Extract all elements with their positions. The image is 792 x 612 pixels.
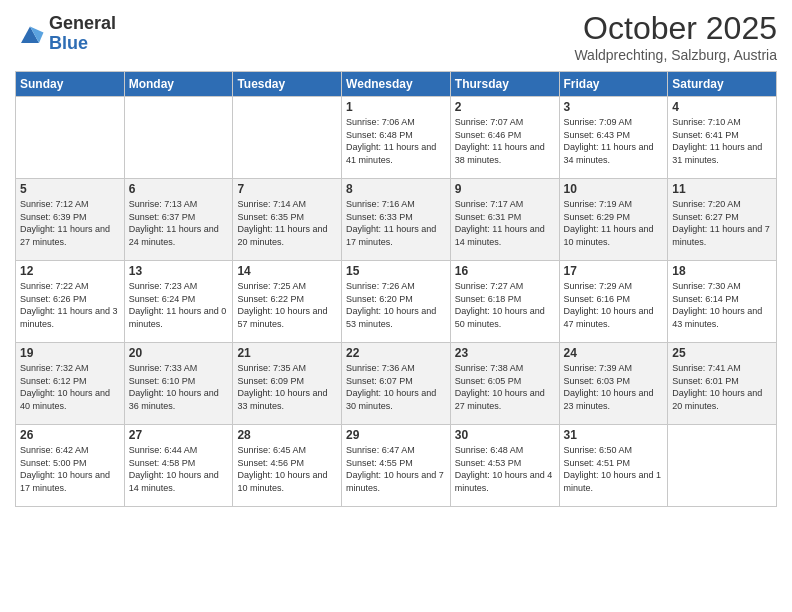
day-number: 20 bbox=[129, 346, 229, 360]
day-number: 23 bbox=[455, 346, 555, 360]
weekday-friday: Friday bbox=[559, 72, 668, 97]
day-number: 21 bbox=[237, 346, 337, 360]
day-info: Sunrise: 7:39 AM Sunset: 6:03 PM Dayligh… bbox=[564, 362, 664, 412]
calendar-cell: 4Sunrise: 7:10 AM Sunset: 6:41 PM Daylig… bbox=[668, 97, 777, 179]
day-info: Sunrise: 6:44 AM Sunset: 4:58 PM Dayligh… bbox=[129, 444, 229, 494]
calendar-cell bbox=[668, 425, 777, 507]
day-number: 14 bbox=[237, 264, 337, 278]
calendar-cell: 9Sunrise: 7:17 AM Sunset: 6:31 PM Daylig… bbox=[450, 179, 559, 261]
day-info: Sunrise: 7:26 AM Sunset: 6:20 PM Dayligh… bbox=[346, 280, 446, 330]
day-info: Sunrise: 7:19 AM Sunset: 6:29 PM Dayligh… bbox=[564, 198, 664, 248]
calendar: SundayMondayTuesdayWednesdayThursdayFrid… bbox=[15, 71, 777, 507]
calendar-cell: 24Sunrise: 7:39 AM Sunset: 6:03 PM Dayli… bbox=[559, 343, 668, 425]
day-number: 31 bbox=[564, 428, 664, 442]
day-number: 9 bbox=[455, 182, 555, 196]
calendar-cell: 30Sunrise: 6:48 AM Sunset: 4:53 PM Dayli… bbox=[450, 425, 559, 507]
weekday-sunday: Sunday bbox=[16, 72, 125, 97]
day-number: 18 bbox=[672, 264, 772, 278]
day-number: 5 bbox=[20, 182, 120, 196]
calendar-cell: 6Sunrise: 7:13 AM Sunset: 6:37 PM Daylig… bbox=[124, 179, 233, 261]
logo-text: General Blue bbox=[49, 14, 116, 54]
weekday-monday: Monday bbox=[124, 72, 233, 97]
day-info: Sunrise: 7:13 AM Sunset: 6:37 PM Dayligh… bbox=[129, 198, 229, 248]
calendar-cell: 12Sunrise: 7:22 AM Sunset: 6:26 PM Dayli… bbox=[16, 261, 125, 343]
day-info: Sunrise: 7:29 AM Sunset: 6:16 PM Dayligh… bbox=[564, 280, 664, 330]
day-info: Sunrise: 7:10 AM Sunset: 6:41 PM Dayligh… bbox=[672, 116, 772, 166]
calendar-cell: 19Sunrise: 7:32 AM Sunset: 6:12 PM Dayli… bbox=[16, 343, 125, 425]
day-info: Sunrise: 7:33 AM Sunset: 6:10 PM Dayligh… bbox=[129, 362, 229, 412]
day-info: Sunrise: 7:35 AM Sunset: 6:09 PM Dayligh… bbox=[237, 362, 337, 412]
day-number: 15 bbox=[346, 264, 446, 278]
week-row-2: 12Sunrise: 7:22 AM Sunset: 6:26 PM Dayli… bbox=[16, 261, 777, 343]
calendar-cell: 26Sunrise: 6:42 AM Sunset: 5:00 PM Dayli… bbox=[16, 425, 125, 507]
calendar-cell: 20Sunrise: 7:33 AM Sunset: 6:10 PM Dayli… bbox=[124, 343, 233, 425]
day-number: 17 bbox=[564, 264, 664, 278]
calendar-cell: 13Sunrise: 7:23 AM Sunset: 6:24 PM Dayli… bbox=[124, 261, 233, 343]
day-info: Sunrise: 7:25 AM Sunset: 6:22 PM Dayligh… bbox=[237, 280, 337, 330]
calendar-cell: 18Sunrise: 7:30 AM Sunset: 6:14 PM Dayli… bbox=[668, 261, 777, 343]
weekday-thursday: Thursday bbox=[450, 72, 559, 97]
day-info: Sunrise: 7:09 AM Sunset: 6:43 PM Dayligh… bbox=[564, 116, 664, 166]
day-info: Sunrise: 6:45 AM Sunset: 4:56 PM Dayligh… bbox=[237, 444, 337, 494]
day-info: Sunrise: 7:06 AM Sunset: 6:48 PM Dayligh… bbox=[346, 116, 446, 166]
calendar-cell: 25Sunrise: 7:41 AM Sunset: 6:01 PM Dayli… bbox=[668, 343, 777, 425]
calendar-cell: 1Sunrise: 7:06 AM Sunset: 6:48 PM Daylig… bbox=[342, 97, 451, 179]
day-info: Sunrise: 7:38 AM Sunset: 6:05 PM Dayligh… bbox=[455, 362, 555, 412]
day-info: Sunrise: 7:41 AM Sunset: 6:01 PM Dayligh… bbox=[672, 362, 772, 412]
day-number: 25 bbox=[672, 346, 772, 360]
calendar-cell: 7Sunrise: 7:14 AM Sunset: 6:35 PM Daylig… bbox=[233, 179, 342, 261]
day-info: Sunrise: 7:36 AM Sunset: 6:07 PM Dayligh… bbox=[346, 362, 446, 412]
day-info: Sunrise: 7:20 AM Sunset: 6:27 PM Dayligh… bbox=[672, 198, 772, 248]
day-number: 29 bbox=[346, 428, 446, 442]
week-row-0: 1Sunrise: 7:06 AM Sunset: 6:48 PM Daylig… bbox=[16, 97, 777, 179]
day-info: Sunrise: 7:23 AM Sunset: 6:24 PM Dayligh… bbox=[129, 280, 229, 330]
day-number: 1 bbox=[346, 100, 446, 114]
weekday-tuesday: Tuesday bbox=[233, 72, 342, 97]
day-number: 8 bbox=[346, 182, 446, 196]
calendar-cell: 15Sunrise: 7:26 AM Sunset: 6:20 PM Dayli… bbox=[342, 261, 451, 343]
day-number: 30 bbox=[455, 428, 555, 442]
calendar-cell: 27Sunrise: 6:44 AM Sunset: 4:58 PM Dayli… bbox=[124, 425, 233, 507]
logo-blue: Blue bbox=[49, 34, 116, 54]
calendar-cell: 2Sunrise: 7:07 AM Sunset: 6:46 PM Daylig… bbox=[450, 97, 559, 179]
calendar-cell: 11Sunrise: 7:20 AM Sunset: 6:27 PM Dayli… bbox=[668, 179, 777, 261]
calendar-cell bbox=[124, 97, 233, 179]
weekday-saturday: Saturday bbox=[668, 72, 777, 97]
day-info: Sunrise: 7:22 AM Sunset: 6:26 PM Dayligh… bbox=[20, 280, 120, 330]
day-number: 2 bbox=[455, 100, 555, 114]
weekday-header-row: SundayMondayTuesdayWednesdayThursdayFrid… bbox=[16, 72, 777, 97]
calendar-cell: 23Sunrise: 7:38 AM Sunset: 6:05 PM Dayli… bbox=[450, 343, 559, 425]
page: General Blue October 2025 Waldprechting,… bbox=[0, 0, 792, 612]
day-number: 28 bbox=[237, 428, 337, 442]
logo-icon bbox=[15, 19, 45, 49]
day-number: 19 bbox=[20, 346, 120, 360]
day-info: Sunrise: 6:48 AM Sunset: 4:53 PM Dayligh… bbox=[455, 444, 555, 494]
day-info: Sunrise: 6:42 AM Sunset: 5:00 PM Dayligh… bbox=[20, 444, 120, 494]
calendar-cell: 16Sunrise: 7:27 AM Sunset: 6:18 PM Dayli… bbox=[450, 261, 559, 343]
day-info: Sunrise: 7:27 AM Sunset: 6:18 PM Dayligh… bbox=[455, 280, 555, 330]
calendar-cell: 21Sunrise: 7:35 AM Sunset: 6:09 PM Dayli… bbox=[233, 343, 342, 425]
week-row-3: 19Sunrise: 7:32 AM Sunset: 6:12 PM Dayli… bbox=[16, 343, 777, 425]
day-number: 27 bbox=[129, 428, 229, 442]
calendar-cell: 31Sunrise: 6:50 AM Sunset: 4:51 PM Dayli… bbox=[559, 425, 668, 507]
day-info: Sunrise: 7:12 AM Sunset: 6:39 PM Dayligh… bbox=[20, 198, 120, 248]
day-number: 10 bbox=[564, 182, 664, 196]
calendar-cell: 29Sunrise: 6:47 AM Sunset: 4:55 PM Dayli… bbox=[342, 425, 451, 507]
calendar-cell: 10Sunrise: 7:19 AM Sunset: 6:29 PM Dayli… bbox=[559, 179, 668, 261]
day-info: Sunrise: 7:32 AM Sunset: 6:12 PM Dayligh… bbox=[20, 362, 120, 412]
day-number: 12 bbox=[20, 264, 120, 278]
day-number: 13 bbox=[129, 264, 229, 278]
day-info: Sunrise: 7:07 AM Sunset: 6:46 PM Dayligh… bbox=[455, 116, 555, 166]
day-info: Sunrise: 6:50 AM Sunset: 4:51 PM Dayligh… bbox=[564, 444, 664, 494]
header: General Blue October 2025 Waldprechting,… bbox=[15, 10, 777, 63]
calendar-cell: 14Sunrise: 7:25 AM Sunset: 6:22 PM Dayli… bbox=[233, 261, 342, 343]
location: Waldprechting, Salzburg, Austria bbox=[574, 47, 777, 63]
calendar-cell: 8Sunrise: 7:16 AM Sunset: 6:33 PM Daylig… bbox=[342, 179, 451, 261]
calendar-cell: 5Sunrise: 7:12 AM Sunset: 6:39 PM Daylig… bbox=[16, 179, 125, 261]
month-title: October 2025 bbox=[574, 10, 777, 47]
week-row-1: 5Sunrise: 7:12 AM Sunset: 6:39 PM Daylig… bbox=[16, 179, 777, 261]
logo: General Blue bbox=[15, 14, 116, 54]
calendar-cell bbox=[233, 97, 342, 179]
title-area: October 2025 Waldprechting, Salzburg, Au… bbox=[574, 10, 777, 63]
calendar-cell bbox=[16, 97, 125, 179]
